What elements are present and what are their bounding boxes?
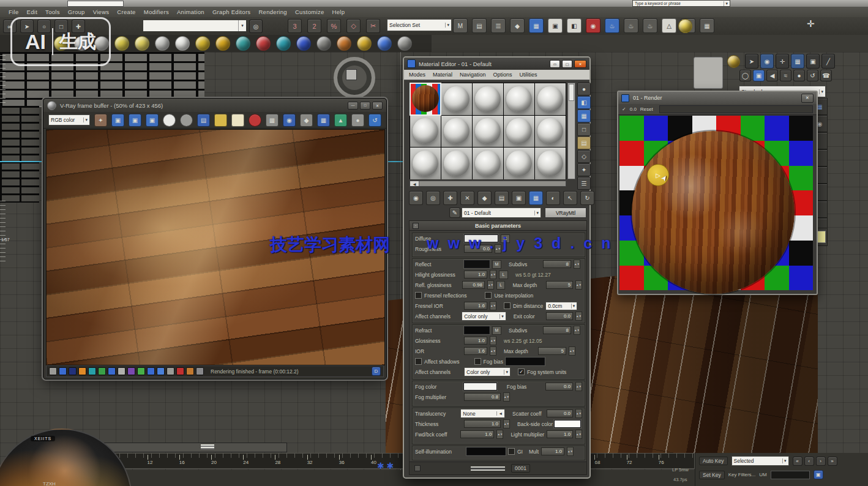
render-tool-icon[interactable]: [214, 114, 227, 127]
category-icon[interactable]: ◯: [739, 70, 751, 81]
primitive-icon[interactable]: [337, 36, 351, 51]
menu-item[interactable]: Edit: [27, 9, 38, 15]
spinner[interactable]: ▲▼: [575, 430, 582, 439]
render-tool-icon[interactable]: [249, 114, 261, 127]
toolbar-icon[interactable]: M: [453, 18, 468, 33]
sample-slot[interactable]: [473, 116, 503, 148]
keyboard-icon[interactable]: ▣: [814, 470, 823, 479]
render-window-titlebar[interactable]: V-Ray frame buffer - (50% of 423 x 456) …: [43, 99, 386, 112]
scroll-handle[interactable]: [471, 466, 505, 471]
material-type-button[interactable]: VRayMtl: [545, 207, 586, 218]
spinner[interactable]: ▲▼: [487, 280, 494, 290]
max-depth-value[interactable]: 5: [546, 281, 574, 289]
menu-item[interactable]: File: [9, 9, 19, 15]
sample-slot[interactable]: [504, 116, 534, 148]
spinner[interactable]: ▲▼: [575, 409, 582, 418]
status-icon[interactable]: [49, 367, 57, 375]
me-side-icon[interactable]: ☰: [577, 177, 591, 190]
close-button[interactable]: ✕: [372, 102, 383, 110]
menu-item[interactable]: Customize: [295, 9, 324, 15]
maximize-button[interactable]: □: [360, 102, 370, 110]
category-icon[interactable]: ☎: [820, 70, 832, 81]
me-menu-item[interactable]: Utilities: [520, 72, 537, 78]
command-tab-icon[interactable]: ◉: [760, 54, 774, 69]
exit-color-value[interactable]: 0.0: [546, 312, 573, 320]
snap-icon[interactable]: 2: [307, 19, 321, 33]
me-menu-item[interactable]: Material: [433, 72, 452, 78]
ior-value[interactable]: 1.6: [464, 347, 487, 355]
toolbar-icon[interactable]: ▣: [548, 18, 563, 33]
selection-filter-input[interactable]: ▾: [143, 20, 247, 32]
check-icon[interactable]: ✓: [622, 107, 626, 112]
render-tool-icon[interactable]: ▣: [129, 114, 141, 127]
status-icon[interactable]: [137, 367, 145, 375]
me-side-icon[interactable]: ●: [577, 83, 591, 95]
backside-color-swatch[interactable]: [554, 420, 581, 428]
preview-titlebar[interactable]: 01 - Render ✕: [618, 92, 817, 104]
fog-mult-value[interactable]: 0.8: [464, 393, 501, 401]
sample-slot[interactable]: [441, 83, 472, 115]
me-menu-item[interactable]: Navigation: [460, 72, 486, 78]
toolbar-icon[interactable]: ◆: [510, 18, 525, 33]
menu-item[interactable]: Modifiers: [144, 9, 169, 15]
status-icon[interactable]: [98, 367, 106, 375]
toolbar-icon[interactable]: ◧: [567, 18, 582, 33]
coordinate-field[interactable]: [771, 471, 810, 479]
me-tool-icon[interactable]: ✕: [460, 191, 474, 205]
track-bar-handle[interactable]: [201, 444, 214, 449]
me-tool-icon[interactable]: ◎: [426, 191, 440, 205]
status-icon[interactable]: [69, 367, 77, 375]
me-maximize-button[interactable]: ▢: [562, 60, 572, 68]
playback-icon[interactable]: «: [793, 457, 803, 466]
sample-slot[interactable]: [535, 148, 566, 179]
sample-slot[interactable]: [441, 148, 472, 179]
selfillum-swatch[interactable]: [466, 447, 506, 455]
me-tool-icon[interactable]: ◉: [409, 191, 423, 205]
snap-icon[interactable]: ◇: [346, 19, 361, 33]
primitive-icon[interactable]: [236, 36, 250, 51]
me-tool-icon[interactable]: ↖: [563, 191, 577, 205]
docked-icon[interactable]: D: [372, 367, 381, 376]
status-icon[interactable]: [88, 367, 96, 375]
category-icon[interactable]: ◀: [766, 70, 778, 81]
status-icon[interactable]: [157, 367, 165, 375]
spinner[interactable]: ▲▼: [490, 270, 496, 279]
scatter-value[interactable]: 0.0: [547, 409, 573, 417]
primitive-icon[interactable]: [296, 36, 311, 51]
translucency-dropdown[interactable]: None◄: [460, 409, 505, 418]
render-tool-icon[interactable]: ▦: [266, 114, 279, 127]
channel-dropdown[interactable]: RGB color▾: [48, 114, 90, 125]
fog-bias-swatch[interactable]: [506, 357, 545, 365]
affect-shadows-checkbox[interactable]: [415, 358, 422, 365]
named-selection-dropdown[interactable]: Selection Set▾: [387, 19, 452, 31]
reset-button[interactable]: Reset: [640, 107, 653, 112]
infocenter-search-input[interactable]: Type a keyword or phrase▾: [632, 0, 730, 7]
fresnel-ior-value[interactable]: 1.6: [464, 302, 487, 310]
me-side-icon[interactable]: ▦: [577, 110, 591, 122]
primitive-icon[interactable]: [135, 36, 149, 51]
me-menu-item[interactable]: Modes: [409, 72, 425, 78]
spinner[interactable]: ▲▼: [503, 419, 510, 428]
category-icon[interactable]: ↺: [807, 70, 818, 81]
category-icon[interactable]: ▣: [753, 70, 765, 81]
spinner[interactable]: ▲▼: [496, 430, 503, 439]
primitive-icon[interactable]: [316, 36, 331, 51]
primitive-icon[interactable]: [397, 36, 412, 51]
snap-icon[interactable]: ✂: [366, 19, 380, 33]
status-icon[interactable]: [78, 367, 86, 375]
playback-icon[interactable]: ‹: [804, 457, 814, 466]
interpolation-checkbox[interactable]: [485, 292, 492, 299]
render-tool-icon[interactable]: ▤: [197, 114, 210, 127]
me-side-icon[interactable]: ▤: [577, 136, 591, 149]
menu-item[interactable]: Create: [117, 9, 135, 15]
sample-slot[interactable]: [504, 83, 534, 115]
status-icon[interactable]: [118, 367, 125, 375]
lock-button[interactable]: L: [496, 281, 506, 290]
toolbar-icon[interactable]: ☰: [491, 18, 506, 33]
status-icon[interactable]: [186, 367, 194, 375]
render-tool-icon[interactable]: ◉: [283, 114, 296, 127]
fog-units-checkbox[interactable]: ✓: [518, 368, 525, 375]
spinner[interactable]: ▲▼: [567, 447, 574, 456]
fresnel-checkbox[interactable]: [415, 292, 422, 299]
menu-item[interactable]: Help: [332, 9, 345, 15]
